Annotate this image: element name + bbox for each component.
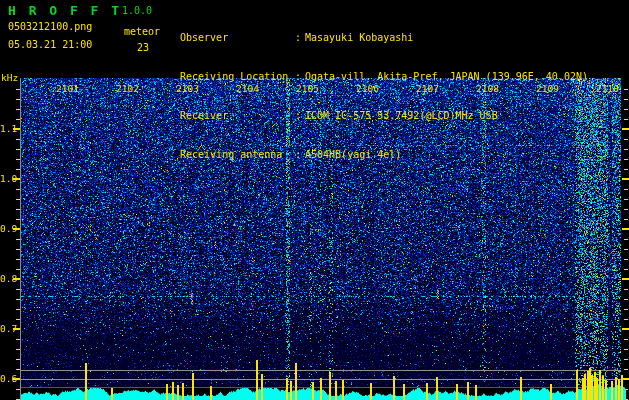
x-tick-label: 2109 xyxy=(517,83,559,94)
y-tick-label: 0.9 xyxy=(0,224,14,234)
info-row-location: Receiving Location:Ogata-vill. Akita-Pre… xyxy=(180,70,588,83)
output-filename: 0503212100.png xyxy=(8,21,92,32)
y-tick-label: 1.1 xyxy=(0,124,14,134)
info-row-receiver: Receiver:ICOM IC-575 53.7492(@LCD)MHz US… xyxy=(180,109,588,122)
x-tick-label: 2108 xyxy=(457,83,499,94)
info-separator: : xyxy=(295,148,305,161)
info-separator: : xyxy=(295,31,305,44)
x-tick-label: 2105 xyxy=(277,83,319,94)
x-tick-label: 2104 xyxy=(217,83,259,94)
mode-label: meteor xyxy=(124,26,160,37)
station-info: Observer:Masayuki Kobayashi Receiving Lo… xyxy=(180,5,588,187)
y-tick-label: 0.6 xyxy=(0,374,14,384)
echo-count: 23 xyxy=(137,42,149,53)
x-tick-label: 2102 xyxy=(97,83,139,94)
x-tick-label: 2101 xyxy=(37,83,79,94)
info-value: Ogata-vill. Akita-Pref. JAPAN (139.96E, … xyxy=(305,71,588,82)
y-tick-label: 0.8 xyxy=(0,274,14,284)
info-row-observer: Observer:Masayuki Kobayashi xyxy=(180,31,588,44)
hrofft-screen: H R O F F T 1.0.0 0503212100.png meteor … xyxy=(0,0,629,400)
y-tick-label: 0.7 xyxy=(0,324,14,334)
info-label: Receiving Location xyxy=(180,70,295,83)
x-tick-label: 2110 xyxy=(577,83,619,94)
info-value: Masayuki Kobayashi xyxy=(305,32,413,43)
observation-datetime: 05.03.21 21:00 xyxy=(8,39,92,50)
x-tick-label: 2107 xyxy=(397,83,439,94)
info-value: A504HB(yagi 4el) xyxy=(305,149,401,160)
info-label: Receiving antenna xyxy=(180,148,295,161)
info-label: Observer xyxy=(180,31,295,44)
x-tick-label: 2103 xyxy=(157,83,199,94)
info-separator: : xyxy=(295,109,305,122)
app-version: 1.0.0 xyxy=(122,5,152,16)
y-tick-label: 1.0 xyxy=(0,174,14,184)
x-tick-label: 2106 xyxy=(337,83,379,94)
info-label: Receiver xyxy=(180,109,295,122)
info-value: ICOM IC-575 53.7492(@LCD)MHz USB xyxy=(305,110,498,121)
app-title: H R O F F T xyxy=(8,3,122,18)
y-axis-unit-label: kHz xyxy=(1,72,18,83)
info-row-antenna: Receiving antenna:A504HB(yagi 4el) xyxy=(180,148,588,161)
info-separator: : xyxy=(295,70,305,83)
